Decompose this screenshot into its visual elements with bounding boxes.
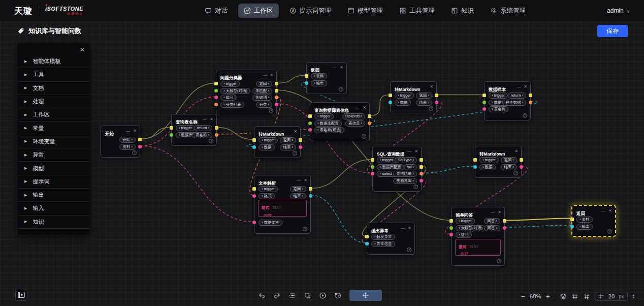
port-connector[interactable] <box>503 226 506 230</box>
copy-button[interactable] <box>304 292 311 299</box>
palette-item-异常[interactable]: ▶异常 <box>18 148 90 162</box>
port-表名称[interactable]: 表名称 › <box>192 132 212 138</box>
port-connector[interactable] <box>435 101 438 104</box>
grid-size-input[interactable] <box>607 293 616 299</box>
node-close-icon[interactable]: ✕ <box>340 65 343 70</box>
node-close-icon[interactable]: ✕ <box>608 208 612 213</box>
undo-button[interactable] <box>258 292 266 299</box>
port-connector[interactable] <box>371 158 374 162</box>
node-抛出异常[interactable]: 抛出异常✕—› 触发异常› 异常信息? <box>367 223 415 255</box>
caret-right-icon[interactable]: ▶ <box>24 206 27 210</box>
port-connector[interactable] <box>308 114 312 118</box>
node-help-icon[interactable]: ? <box>339 87 343 91</box>
caret-right-icon[interactable]: ▶ <box>24 220 27 224</box>
port-SqlType[interactable]: SqlType › <box>395 157 417 163</box>
port-触发异常[interactable]: › 触发异常 <box>371 234 395 240</box>
port-connector[interactable] <box>435 94 438 97</box>
port-fail[interactable]: fail › <box>404 164 417 170</box>
node-文本解析[interactable]: 文本解析✕—› trigger返回 ›› 格式结果 ›格式TEXTcode› 数… <box>254 175 311 234</box>
caret-right-icon[interactable]: ▶ <box>24 139 27 143</box>
port-数据库配置[interactable]: › 数据库配置 <box>377 164 404 170</box>
port-connector[interactable] <box>214 96 218 99</box>
port-返回[interactable]: 返回 › <box>501 157 517 163</box>
auto-layout-button[interactable] <box>288 292 296 299</box>
history-button[interactable] <box>334 292 342 299</box>
port-失败原因[interactable]: 失败原因 › <box>393 178 417 184</box>
port-资料[interactable]: 资料 › <box>119 144 136 150</box>
port-回答[interactable]: 回答 › <box>484 218 500 224</box>
port-connector[interactable] <box>215 133 218 137</box>
caret-right-icon[interactable]: ▶ <box>24 113 27 117</box>
port-connector[interactable] <box>520 158 523 162</box>
port-connector[interactable] <box>529 101 532 104</box>
port-connector[interactable] <box>275 103 278 106</box>
node-数据样本[interactable]: 数据样本✕—› triggerreturn ›› 数据库配置样本数据 ›› 表名… <box>484 81 531 120</box>
port-提问[interactable]: › 提问 <box>220 95 237 101</box>
port-trigger[interactable]: › trigger <box>489 93 508 99</box>
node-help-icon[interactable]: ? <box>413 185 418 189</box>
node-开始[interactable]: 开始✕—开始 ›资料 ›? <box>101 126 140 158</box>
port-connector[interactable] <box>138 138 142 141</box>
node-close-icon[interactable]: ✕ <box>514 148 518 154</box>
node-minimize-icon[interactable]: — <box>333 65 337 70</box>
redo-button[interactable] <box>273 292 281 299</box>
node-minimize-icon[interactable]: — <box>407 148 411 154</box>
port-开始[interactable]: 开始 › <box>119 137 136 143</box>
node-close-icon[interactable]: ✕ <box>270 72 273 78</box>
port-表信息[interactable]: 表信息 › <box>345 120 365 127</box>
save-button[interactable]: 保存 <box>597 25 628 37</box>
port-trigger[interactable]: › trigger <box>220 81 240 87</box>
node-help-icon[interactable]: ? <box>523 113 527 118</box>
port-trigger[interactable]: › trigger <box>395 93 414 99</box>
nav-item-tools[interactable]: 工具管理 <box>394 4 440 18</box>
node-help-icon[interactable]: ? <box>209 139 213 143</box>
port-connector[interactable] <box>299 138 302 142</box>
palette-item-输入[interactable]: ▶输入 <box>18 202 90 215</box>
port-资料[interactable]: › 资料 <box>311 73 327 79</box>
port-connector[interactable] <box>214 103 218 106</box>
port-表名称[interactable]: › 表名称 <box>489 106 508 112</box>
palette-item-处理[interactable]: ▶处理 <box>18 95 90 108</box>
nav-item-chat[interactable]: 对话 <box>199 4 233 18</box>
palette-item-常量[interactable]: ▶常量 <box>18 121 90 135</box>
port-结果[interactable]: 结果 › <box>416 100 432 106</box>
port-connector[interactable] <box>252 145 256 149</box>
port-数据[interactable]: › 数据 <box>259 144 275 150</box>
node-help-icon[interactable]: ? <box>362 134 366 139</box>
port-connector[interactable] <box>389 94 392 97</box>
port-return[interactable]: return › <box>508 93 526 99</box>
console-run-button[interactable] <box>15 289 27 301</box>
node-转Markdown[interactable]: 转Markdown✕—› trigger返回 ›› 数据结果 ›? <box>254 126 301 158</box>
palette-item-文档[interactable]: ▶文档 <box>18 82 90 95</box>
node-minimize-icon[interactable]: — <box>126 128 130 134</box>
node-close-icon[interactable]: ✕ <box>304 177 307 183</box>
port-trigger[interactable]: › trigger <box>259 137 278 143</box>
node-help-icon[interactable]: ? <box>497 259 501 263</box>
port-返回[interactable]: 返回 › <box>290 186 306 192</box>
node-close-icon[interactable]: ✕ <box>414 148 418 154</box>
node-close-icon[interactable]: ✕ <box>430 84 433 89</box>
port-connector[interactable] <box>570 225 574 228</box>
port-数据库配置[interactable]: › 数据库配置 <box>314 120 342 127</box>
nav-item-model[interactable]: 模型管理 <box>342 4 389 18</box>
palette-item-提示词[interactable]: ▶提示词 <box>18 175 90 189</box>
port-connector[interactable] <box>482 107 486 111</box>
port-数据[interactable]: › 数据 <box>395 100 411 106</box>
node-help-icon[interactable]: ? <box>269 108 273 113</box>
port-connector[interactable] <box>503 219 506 223</box>
node-minimize-icon[interactable]: — <box>601 208 605 213</box>
port-connector[interactable] <box>215 126 218 130</box>
node-minimize-icon[interactable]: — <box>263 72 267 78</box>
port-connector[interactable] <box>368 114 371 118</box>
port-trigger[interactable]: › trigger <box>314 113 334 119</box>
port-trigger[interactable]: › trigger <box>176 125 195 131</box>
node-param-box[interactable]: 提问TEXT你好 <box>455 239 501 256</box>
port-资料[interactable]: › 资料 <box>576 217 593 223</box>
palette-item-模型[interactable]: ▶模型 <box>18 162 90 175</box>
port-connector[interactable] <box>389 101 392 104</box>
port-返回[interactable]: 返回 › <box>280 137 296 143</box>
node-minimize-icon[interactable]: — <box>517 84 521 89</box>
palette-item-工作区[interactable]: ▶工作区 <box>18 108 90 121</box>
caret-right-icon[interactable]: ▶ <box>24 153 27 157</box>
caret-right-icon[interactable]: ▶ <box>24 100 27 104</box>
